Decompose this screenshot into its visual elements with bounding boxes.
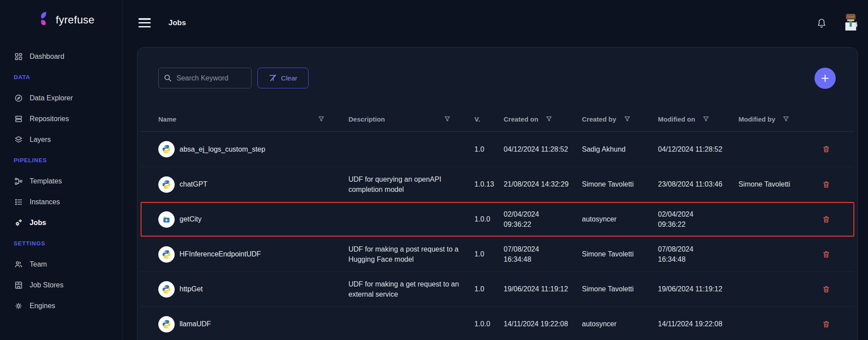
table-row[interactable]: absa_ej_logs_custom_step1.004/12/2024 11… xyxy=(141,132,854,167)
sidebar-item-templates[interactable]: Templates xyxy=(0,171,122,191)
table-row[interactable]: httpGetUDF for making a get request to a… xyxy=(141,271,854,306)
job-modified-by: Simone Tavoletti xyxy=(738,180,818,188)
trash-icon xyxy=(822,180,830,189)
job-description: UDF for making a post request to a Huggi… xyxy=(348,244,474,264)
job-name-cell: HFInferenceEndpointUDF xyxy=(158,246,348,263)
engines-icon xyxy=(14,301,23,311)
page-title: Jobs xyxy=(168,19,186,27)
job-modified-on: 19/06/2024 11:19:12 xyxy=(658,284,738,294)
job-created-by: autosyncer xyxy=(582,320,658,328)
clear-label: Clear xyxy=(281,74,297,82)
brand: fyrefuse xyxy=(37,11,122,28)
row-actions xyxy=(818,214,854,225)
sidebar: fyrefuse DashboardDATAData ExplorerRepos… xyxy=(0,0,123,340)
column-header-description: Description xyxy=(348,115,474,123)
add-job-button[interactable] xyxy=(814,68,836,89)
menu-icon[interactable] xyxy=(138,18,151,27)
job-name: chatGPT xyxy=(180,180,207,188)
column-label: Description xyxy=(348,115,385,123)
delete-job-button[interactable] xyxy=(820,318,832,330)
filter-funnel-icon[interactable] xyxy=(444,115,451,123)
delete-job-button[interactable] xyxy=(820,143,832,155)
search-input[interactable] xyxy=(176,74,247,83)
sidebar-section-label: DATA xyxy=(0,67,122,88)
table-row[interactable]: chatGPTUDF for querying an openAPI compl… xyxy=(141,167,854,202)
sidebar-item-label: Instances xyxy=(30,198,60,206)
sidebar-item-label: Dashboard xyxy=(30,53,64,61)
job-name-cell: httpGet xyxy=(158,281,348,298)
delete-job-button[interactable] xyxy=(820,283,832,295)
job-created-by: Simone Tavoletti xyxy=(582,250,658,258)
sidebar-item-engines[interactable]: Engines xyxy=(0,295,122,316)
trash-icon xyxy=(822,285,830,294)
table-row[interactable]: HFInferenceEndpointUDFUDF for making a p… xyxy=(141,237,854,271)
trash-icon xyxy=(822,250,830,259)
bell-icon[interactable] xyxy=(816,18,827,29)
table-row[interactable]: getCity1.0.002/04/2024 09:36:22autosynce… xyxy=(141,202,854,237)
filter-funnel-icon[interactable] xyxy=(545,115,553,123)
filter-funnel-icon[interactable] xyxy=(317,115,325,123)
job-modified-on: 23/08/2024 11:03:46 xyxy=(658,179,738,189)
job-name: httpGet xyxy=(180,285,203,293)
job-created-on: 07/08/2024 16:34:48 xyxy=(504,244,582,264)
table-header: NameDescriptionV.Created onCreated byMod… xyxy=(141,107,854,132)
row-actions xyxy=(818,248,854,260)
filter-funnel-icon[interactable] xyxy=(623,115,631,123)
sidebar-item-label: Jobs xyxy=(30,219,46,227)
column-label: Created by xyxy=(582,115,616,123)
job-name-cell: getCity xyxy=(158,211,348,228)
templates-icon xyxy=(14,176,23,186)
job-version: 1.0 xyxy=(474,145,504,153)
job-created-on: 14/11/2024 19:22:08 xyxy=(504,319,582,329)
plus-icon xyxy=(820,73,830,83)
sidebar-item-team[interactable]: Team xyxy=(0,254,122,275)
column-header-v: V. xyxy=(474,115,504,123)
filter-funnel-icon[interactable] xyxy=(782,115,790,123)
filter-funnel-icon[interactable] xyxy=(702,115,710,123)
job-version: 1.0.13 xyxy=(474,180,504,188)
filter-off-icon xyxy=(268,74,277,82)
job-name: llamaUDF xyxy=(180,320,211,328)
delete-job-button[interactable] xyxy=(820,248,832,260)
sidebar-item-job-stores[interactable]: Job Stores xyxy=(0,275,122,295)
folder-plus-icon xyxy=(158,211,175,228)
column-label: Created on xyxy=(504,115,538,123)
column-header-created-by: Created by xyxy=(582,115,658,123)
user-avatar[interactable] xyxy=(842,13,859,31)
brand-name: fyrefuse xyxy=(56,14,95,26)
job-created-by: Sadig Akhund xyxy=(582,145,658,153)
sidebar-item-instances[interactable]: Instances xyxy=(0,191,122,212)
sidebar-item-repositories[interactable]: Repositories xyxy=(0,108,122,129)
job-created-on: 21/08/2024 14:32:29 xyxy=(504,179,582,189)
row-actions xyxy=(818,283,854,295)
sidebar-item-label: Data Explorer xyxy=(30,94,73,102)
python-icon xyxy=(158,281,175,298)
row-actions xyxy=(818,143,854,155)
python-icon xyxy=(158,246,175,263)
data-explorer-icon xyxy=(14,93,23,103)
table-row[interactable]: llamaUDF1.0.014/11/2024 19:22:08autosync… xyxy=(141,306,854,340)
delete-job-button[interactable] xyxy=(820,214,832,225)
column-header-modified-by: Modified by xyxy=(738,115,818,123)
python-icon xyxy=(158,176,175,193)
sidebar-item-jobs[interactable]: Jobs xyxy=(0,212,122,233)
sidebar-item-data-explorer[interactable]: Data Explorer xyxy=(0,88,122,108)
repositories-icon xyxy=(14,114,23,124)
job-version: 1.0 xyxy=(474,250,504,258)
job-name-cell: absa_ej_logs_custom_step xyxy=(158,141,348,157)
job-name: HFInferenceEndpointUDF xyxy=(180,250,261,258)
trash-icon xyxy=(822,145,830,153)
delete-job-button[interactable] xyxy=(820,179,832,191)
trash-icon xyxy=(822,320,830,329)
sidebar-item-dashboard[interactable]: Dashboard xyxy=(0,46,122,67)
job-version: 1.0.0 xyxy=(474,215,504,223)
sidebar-item-label: Engines xyxy=(30,302,55,310)
clear-filters-button[interactable]: Clear xyxy=(257,68,309,88)
trash-icon xyxy=(822,215,830,224)
job-created-on: 04/12/2024 11:28:52 xyxy=(504,144,582,154)
job-version: 1.0 xyxy=(474,285,504,293)
job-stores-icon xyxy=(14,280,23,290)
team-icon xyxy=(14,260,23,269)
sidebar-item-layers[interactable]: Layers xyxy=(0,129,122,150)
sidebar-item-label: Team xyxy=(30,260,47,268)
